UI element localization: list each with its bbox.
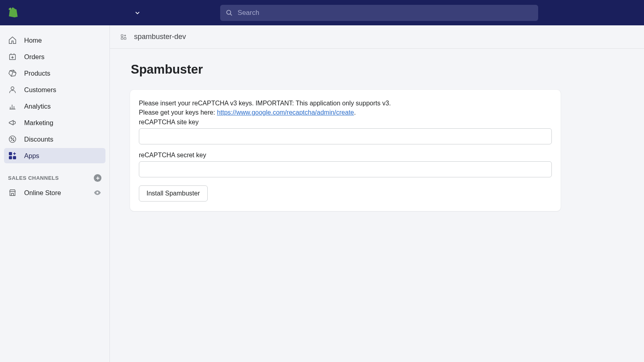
svg-rect-10 bbox=[13, 156, 16, 159]
svg-point-6 bbox=[13, 140, 14, 141]
breadcrumb: spambuster-dev bbox=[110, 25, 644, 49]
store-icon bbox=[8, 188, 17, 197]
description-line2: Please get your keys here: https://www.g… bbox=[139, 108, 552, 117]
settings-card: Please insert your reCAPTCHA v3 keys. IM… bbox=[130, 90, 561, 211]
apps-breadcrumb-icon bbox=[120, 34, 127, 40]
orders-icon bbox=[8, 52, 17, 61]
sidebar-item-label: Home bbox=[24, 37, 42, 44]
page-title: Spambuster bbox=[131, 62, 624, 77]
svg-point-3 bbox=[11, 87, 14, 90]
search-bar[interactable] bbox=[220, 5, 538, 21]
sidebar-item-customers[interactable]: Customers bbox=[4, 82, 105, 97]
home-icon bbox=[8, 36, 17, 45]
svg-rect-8 bbox=[9, 152, 12, 155]
channel-label: Online Store bbox=[24, 189, 61, 197]
sidebar-item-label: Apps bbox=[24, 152, 39, 160]
sidebar-item-marketing[interactable]: Marketing bbox=[4, 115, 105, 130]
svg-rect-13 bbox=[121, 37, 123, 39]
svg-rect-12 bbox=[121, 35, 123, 37]
discounts-icon bbox=[8, 135, 17, 144]
main: spambuster-dev Spambuster Please insert … bbox=[110, 25, 644, 362]
add-channel-button[interactable] bbox=[94, 174, 101, 182]
logo-area bbox=[8, 7, 140, 19]
products-icon bbox=[8, 69, 17, 78]
secret-key-input[interactable] bbox=[139, 161, 552, 177]
svg-rect-9 bbox=[9, 156, 12, 159]
svg-point-11 bbox=[97, 192, 99, 194]
svg-point-5 bbox=[11, 138, 12, 138]
svg-rect-14 bbox=[124, 37, 126, 39]
channel-online-store[interactable]: Online Store bbox=[4, 186, 105, 200]
sales-channels-title: SALES CHANNELS bbox=[8, 175, 59, 181]
plus-icon bbox=[96, 176, 100, 180]
view-store-button[interactable] bbox=[93, 189, 101, 197]
topbar bbox=[0, 0, 644, 25]
sidebar-item-label: Analytics bbox=[24, 103, 51, 110]
sidebar-item-label: Customers bbox=[24, 86, 56, 94]
marketing-icon bbox=[8, 118, 17, 127]
sales-channels-header: SALES CHANNELS bbox=[4, 165, 105, 186]
sidebar-item-label: Marketing bbox=[24, 119, 53, 127]
customers-icon bbox=[8, 85, 17, 94]
sidebar-item-label: Products bbox=[24, 70, 50, 77]
store-dropdown-icon[interactable] bbox=[135, 10, 140, 16]
svg-line-1 bbox=[230, 14, 232, 15]
sidebar-item-label: Discounts bbox=[24, 136, 53, 143]
sidebar-item-home[interactable]: Home bbox=[4, 33, 105, 48]
search-icon bbox=[226, 9, 233, 16]
secret-key-label: reCAPTCHA secret key bbox=[139, 152, 552, 159]
content: Spambuster Please insert your reCAPTCHA … bbox=[110, 49, 644, 225]
eye-icon bbox=[93, 189, 101, 197]
description-line1: Please insert your reCAPTCHA v3 keys. IM… bbox=[139, 99, 552, 108]
breadcrumb-app-name: spambuster-dev bbox=[134, 33, 186, 41]
sidebar-item-orders[interactable]: Orders bbox=[4, 49, 105, 64]
site-key-label: reCAPTCHA site key bbox=[139, 119, 552, 126]
search-input[interactable] bbox=[237, 9, 533, 17]
install-button[interactable]: Install Spambuster bbox=[139, 185, 208, 202]
sidebar-item-discounts[interactable]: Discounts bbox=[4, 132, 105, 147]
shopify-logo-icon[interactable] bbox=[8, 7, 19, 19]
sidebar-item-label: Orders bbox=[24, 53, 44, 61]
sidebar-item-apps[interactable]: Apps bbox=[4, 148, 105, 163]
site-key-input[interactable] bbox=[139, 128, 552, 144]
svg-point-0 bbox=[227, 10, 231, 14]
recaptcha-admin-link[interactable]: https://www.google.com/recaptcha/admin/c… bbox=[217, 109, 354, 116]
analytics-icon bbox=[8, 102, 17, 111]
sidebar: Home Orders Products Customers Analytics… bbox=[0, 25, 110, 362]
sidebar-item-products[interactable]: Products bbox=[4, 66, 105, 81]
apps-icon bbox=[8, 151, 17, 160]
sidebar-item-analytics[interactable]: Analytics bbox=[4, 99, 105, 114]
